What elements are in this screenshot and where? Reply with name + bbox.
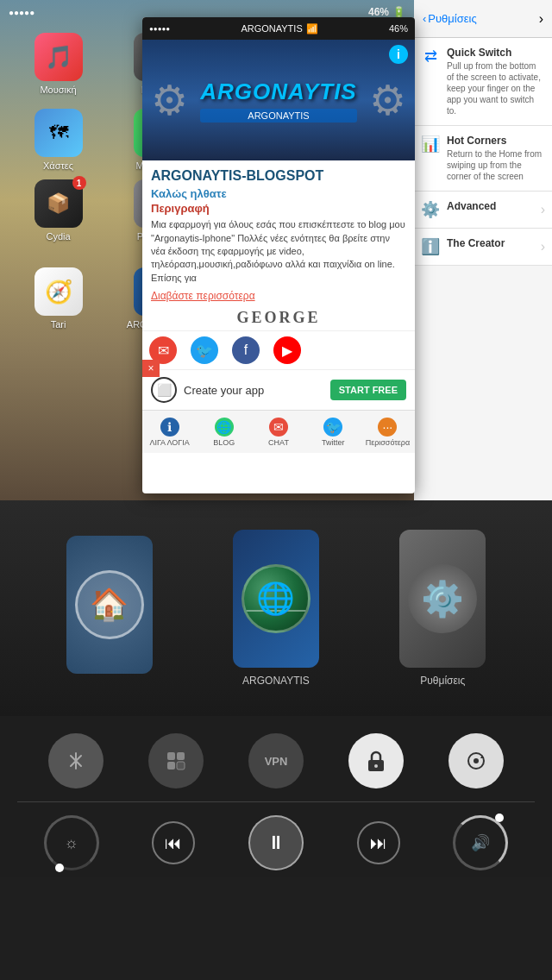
create-app-close-button[interactable]: ×	[142, 360, 160, 377]
hot-corners-title: Hot Corners	[447, 135, 545, 147]
maps-icon: 🗺	[34, 109, 83, 157]
volume-slider[interactable]: 🔊	[453, 815, 508, 870]
switcher-app-settings[interactable]: ⚙️ Ρυθμίσεις	[399, 530, 486, 687]
vpn-button[interactable]: VPN	[248, 733, 304, 788]
settings-item-quick-switch[interactable]: ⇄ Quick Switch Pull up from the bottom o…	[414, 38, 552, 126]
app-icon-safari[interactable]: 🧭 Tari	[13, 267, 104, 330]
cc-media-row: ☼ ⏮ ⏸ ⏭ 🔊	[0, 802, 552, 883]
last-app-button[interactable]	[148, 733, 204, 788]
header-subtitle: ARGONAYTIS	[200, 109, 356, 122]
app-tabs: ℹ ΛΙΓΑ ΛΟΓΙΑ 🌐 BLOG ✉ CHAT 🐦 Twitter ···…	[142, 410, 415, 453]
music-label: Μουσική	[40, 85, 76, 95]
music-icon: 🎵	[34, 33, 83, 81]
blog-read-more-link[interactable]: Διαβάστε περισσότερα	[151, 290, 406, 302]
cydia-icon: 📦 1	[34, 179, 83, 228]
tab-chat[interactable]: ✉ CHAT	[251, 411, 305, 453]
back-chevron-icon: ‹	[423, 12, 426, 25]
app-circle-icon: ⬜	[151, 377, 177, 403]
header-banner: ⚙ ARGONAYTIS ARGONAYTIS ⚙ i	[142, 40, 415, 160]
safari-icon: 🧭	[34, 267, 83, 316]
app-icon-maps[interactable]: 🗺 Χάστες	[13, 109, 104, 171]
rotation-lock-button[interactable]	[448, 733, 504, 788]
tab-blog[interactable]: 🌐 BLOG	[197, 411, 251, 453]
status-bar-left: ●●●●●	[9, 8, 34, 17]
info-icon[interactable]: i	[389, 45, 408, 64]
quick-switch-desc: Pull up from the bottom of the screen to…	[447, 60, 545, 116]
svg-point-7	[474, 758, 479, 763]
svg-rect-0	[167, 752, 175, 760]
app-card-status-bar: ●●●●● ARGONAYTIS 📶 46%	[142, 17, 415, 40]
switcher-app-home[interactable]: 🏠	[66, 536, 153, 681]
blog-icon: 🌐	[215, 418, 234, 437]
cydia-badge: 1	[72, 176, 86, 190]
app-card-body: ARGONAYTIS-BLOGSPOT Καλώς ηλθατε Περιγρα…	[142, 160, 415, 309]
create-app-bar: × ⬜ Create your app START FREE	[142, 369, 415, 410]
svg-rect-3	[177, 762, 185, 770]
volume-dot	[495, 814, 504, 822]
switcher-app-argonaytis[interactable]: 🌐 ARGONAYTIS	[233, 530, 319, 687]
carrier-label: ARGONAYTIS	[241, 23, 302, 34]
forward-chevron-icon: ›	[539, 11, 543, 26]
advanced-chevron-icon: ›	[541, 202, 545, 217]
blog-label: BLOG	[213, 438, 235, 447]
blog-welcome: Καλώς ηλθατε	[151, 187, 406, 200]
volume-icon: 🔊	[471, 833, 490, 852]
gear-left-icon: ⚙	[151, 76, 188, 124]
creator-title: The Creator	[447, 237, 534, 249]
svg-rect-1	[177, 752, 185, 760]
twitter-label: Twitter	[322, 438, 345, 447]
argonaytis-globe-icon: 🌐	[242, 564, 310, 633]
fast-forward-button[interactable]: ⏭	[357, 821, 400, 864]
blog-title: ARGONAYTIS-BLOGSPOT	[151, 167, 406, 184]
battery-percent: 46%	[368, 6, 389, 18]
safari-label: Tari	[51, 319, 66, 330]
settings-item-hot-corners[interactable]: 📊 Hot Corners Return to the Home from sw…	[414, 126, 552, 192]
brightness-icon: ☼	[65, 834, 79, 852]
svg-point-5	[374, 764, 378, 768]
gear-right-icon: ⚙	[369, 76, 406, 124]
george-watermark: GEORGE	[142, 309, 415, 330]
advanced-title: Advanced	[447, 200, 534, 212]
status-bar-right: 46% 🔋	[368, 6, 405, 18]
creator-chevron-icon: ›	[541, 239, 545, 254]
lock-button[interactable]	[348, 733, 404, 788]
settings-back-button[interactable]: ‹ Ρυθμίσεις	[423, 12, 477, 25]
settings-back-label: Ρυθμίσεις	[428, 12, 476, 25]
settings-gear-icon: ⚙️	[408, 564, 477, 633]
cc-buttons-row: VPN	[0, 716, 552, 801]
facebook-social-icon[interactable]: f	[232, 336, 260, 364]
tab-liga-logia[interactable]: ℹ ΛΙΓΑ ΛΟΓΙΑ	[142, 411, 197, 453]
settings-item-creator[interactable]: ℹ️ The Creator ›	[414, 229, 552, 266]
switcher-settings-label: Ρυθμίσεις	[420, 675, 465, 687]
switcher-home-thumb: 🏠	[66, 536, 153, 674]
youtube-social-icon[interactable]: ▶	[273, 336, 301, 364]
app-icon-cydia[interactable]: 📦 1 Cydia	[13, 179, 104, 242]
creator-content: The Creator	[447, 237, 534, 249]
rewind-button[interactable]: ⏮	[152, 821, 195, 864]
switcher-argonaytis-thumb: 🌐	[233, 530, 319, 668]
brightness-dot	[55, 864, 64, 872]
settings-item-advanced[interactable]: ⚙️ Advanced ›	[414, 192, 552, 229]
settings-nav: ‹ Ρυθμίσεις ›	[414, 0, 552, 38]
twitter-tab-icon: 🐦	[323, 418, 342, 437]
tab-perissotero[interactable]: ··· Περισσότερα	[361, 411, 415, 453]
settings-forward-arrow: ›	[539, 11, 543, 27]
app-card-header: ⚙ ARGONAYTIS ARGONAYTIS ⚙ i	[142, 40, 415, 160]
bluetooth-button[interactable]	[48, 733, 104, 788]
signal-strength: ●●●●●	[9, 8, 34, 17]
tab-twitter[interactable]: 🐦 Twitter	[306, 411, 361, 453]
liga-logia-label: ΛΙΓΑ ΛΟΓΙΑ	[149, 438, 189, 447]
play-pause-button[interactable]: ⏸	[248, 815, 304, 870]
social-bar: ✉ 🐦 f ▶	[142, 330, 415, 369]
twitter-social-icon[interactable]: 🐦	[191, 336, 218, 364]
app-card: ●●●●● ARGONAYTIS 📶 46% ⚙ ARGONAYTIS ARGO…	[142, 17, 415, 493]
quick-switch-title: Quick Switch	[447, 47, 545, 59]
app-icon-music[interactable]: 🎵 Μουσική	[13, 33, 104, 100]
switcher-settings-thumb: ⚙️	[399, 530, 486, 668]
hot-corners-desc: Return to the Home from swiping up from …	[447, 148, 545, 182]
start-free-button[interactable]: START FREE	[330, 380, 406, 400]
control-center: VPN ☼ ⏮	[0, 716, 552, 980]
brightness-slider[interactable]: ☼	[44, 815, 99, 870]
chat-label: CHAT	[268, 438, 289, 447]
maps-label: Χάστες	[43, 160, 73, 171]
